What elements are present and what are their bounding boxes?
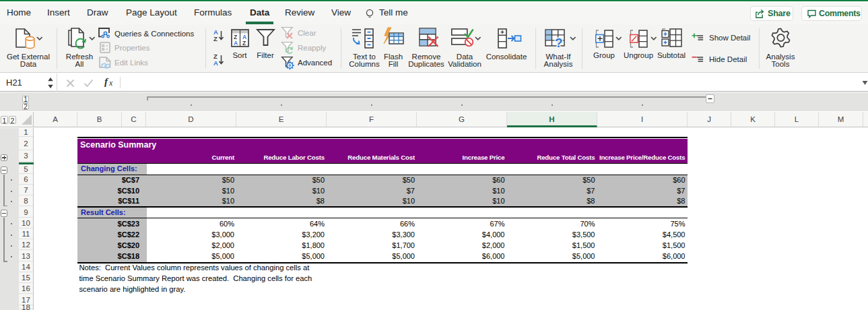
svg-text:A: A — [213, 59, 218, 67]
svg-text:Z: Z — [242, 40, 246, 46]
svg-text:A: A — [234, 40, 238, 46]
svg-text:Z: Z — [213, 35, 218, 42]
svg-text:?: ? — [555, 36, 563, 50]
